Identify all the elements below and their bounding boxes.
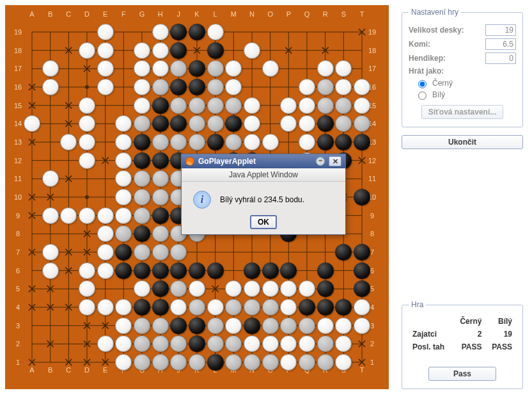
black-stone[interactable] xyxy=(189,262,205,279)
gray-stone[interactable] xyxy=(134,244,150,261)
white-stone[interactable] xyxy=(97,207,114,224)
black-stone[interactable] xyxy=(170,262,187,279)
gray-stone[interactable] xyxy=(152,79,169,95)
black-stone[interactable] xyxy=(170,42,187,59)
pass-button[interactable]: Pass xyxy=(428,367,496,381)
gray-stone[interactable] xyxy=(134,317,150,334)
black-stone[interactable] xyxy=(280,262,297,279)
quit-button[interactable]: Ukončit xyxy=(402,135,523,149)
gray-stone[interactable] xyxy=(280,317,297,334)
white-stone[interactable] xyxy=(354,299,370,316)
gray-stone[interactable] xyxy=(317,354,334,371)
white-stone[interactable] xyxy=(79,299,95,316)
white-stone[interactable] xyxy=(42,79,59,95)
black-stone[interactable] xyxy=(152,207,169,224)
white-stone[interactable] xyxy=(152,60,169,77)
black-stone[interactable] xyxy=(189,317,205,334)
gray-stone[interactable] xyxy=(299,354,315,371)
black-stone[interactable] xyxy=(134,152,150,169)
white-stone[interactable] xyxy=(207,24,224,40)
gray-stone[interactable] xyxy=(152,317,169,334)
gray-stone[interactable] xyxy=(152,335,169,352)
white-stone[interactable] xyxy=(354,317,370,334)
white-stone[interactable] xyxy=(317,60,334,77)
white-stone[interactable] xyxy=(97,262,114,279)
black-stone[interactable] xyxy=(189,79,205,95)
white-stone[interactable] xyxy=(262,335,279,352)
gray-stone[interactable] xyxy=(189,134,205,150)
komi-input[interactable] xyxy=(485,38,516,50)
white-stone[interactable] xyxy=(115,317,132,334)
gray-stone[interactable] xyxy=(244,299,260,316)
white-stone[interactable] xyxy=(244,42,260,59)
white-stone[interactable] xyxy=(42,262,59,279)
black-stone[interactable] xyxy=(354,189,370,205)
white-stone[interactable] xyxy=(97,60,114,77)
white-stone[interactable] xyxy=(134,79,150,95)
white-stone[interactable] xyxy=(42,60,59,77)
white-stone[interactable] xyxy=(97,299,114,316)
gray-stone[interactable] xyxy=(262,354,279,371)
black-stone[interactable] xyxy=(354,262,370,279)
black-stone[interactable] xyxy=(152,299,169,316)
gray-stone[interactable] xyxy=(152,225,169,242)
white-stone[interactable] xyxy=(244,97,260,114)
board-size-input[interactable] xyxy=(485,24,516,36)
white-stone[interactable] xyxy=(299,79,315,95)
white-stone[interactable] xyxy=(262,280,279,297)
black-stone[interactable] xyxy=(207,262,224,279)
gray-stone[interactable] xyxy=(189,299,205,316)
white-stone[interactable] xyxy=(354,97,370,114)
black-stone[interactable] xyxy=(207,42,224,59)
gray-stone[interactable] xyxy=(134,354,150,371)
black-stone[interactable] xyxy=(152,97,169,114)
black-stone[interactable] xyxy=(134,134,150,150)
black-stone[interactable] xyxy=(262,262,279,279)
white-stone[interactable] xyxy=(152,24,169,40)
black-stone[interactable] xyxy=(152,115,169,132)
gray-stone[interactable] xyxy=(317,79,334,95)
white-stone[interactable] xyxy=(134,42,150,59)
gray-stone[interactable] xyxy=(152,134,169,150)
gray-stone[interactable] xyxy=(207,79,224,95)
black-stone[interactable] xyxy=(317,262,334,279)
white-stone[interactable] xyxy=(79,152,95,169)
white-stone[interactable] xyxy=(152,42,169,59)
white-stone[interactable] xyxy=(317,317,334,334)
gray-stone[interactable] xyxy=(335,97,352,114)
white-stone[interactable] xyxy=(354,79,370,95)
gray-stone[interactable] xyxy=(152,354,169,371)
gray-stone[interactable] xyxy=(207,115,224,132)
gray-stone[interactable] xyxy=(207,60,224,77)
white-stone[interactable] xyxy=(42,207,59,224)
gray-stone[interactable] xyxy=(152,244,169,261)
black-stone[interactable] xyxy=(317,115,334,132)
white-stone[interactable] xyxy=(262,134,279,150)
black-stone[interactable] xyxy=(170,317,187,334)
white-stone[interactable] xyxy=(262,60,279,77)
black-stone[interactable] xyxy=(152,262,169,279)
black-stone[interactable] xyxy=(299,299,315,316)
gray-stone[interactable] xyxy=(189,97,205,114)
white-stone[interactable] xyxy=(79,42,95,59)
gray-stone[interactable] xyxy=(207,97,224,114)
black-stone[interactable] xyxy=(189,24,205,40)
gray-stone[interactable] xyxy=(134,207,150,224)
white-stone[interactable] xyxy=(97,244,114,261)
black-stone[interactable] xyxy=(207,134,224,150)
black-stone[interactable] xyxy=(152,280,169,297)
white-stone[interactable] xyxy=(97,335,114,352)
gray-stone[interactable] xyxy=(244,354,260,371)
gray-stone[interactable] xyxy=(170,97,187,114)
gray-stone[interactable] xyxy=(207,317,224,334)
gray-stone[interactable] xyxy=(317,335,334,352)
white-stone[interactable] xyxy=(79,207,95,224)
white-stone[interactable] xyxy=(299,134,315,150)
black-stone[interactable] xyxy=(207,354,224,371)
white-stone[interactable] xyxy=(79,134,95,150)
gray-stone[interactable] xyxy=(225,97,242,114)
black-stone[interactable] xyxy=(354,134,370,150)
play-black-radio[interactable] xyxy=(418,80,426,88)
black-stone[interactable] xyxy=(244,262,260,279)
white-stone[interactable] xyxy=(244,134,260,150)
